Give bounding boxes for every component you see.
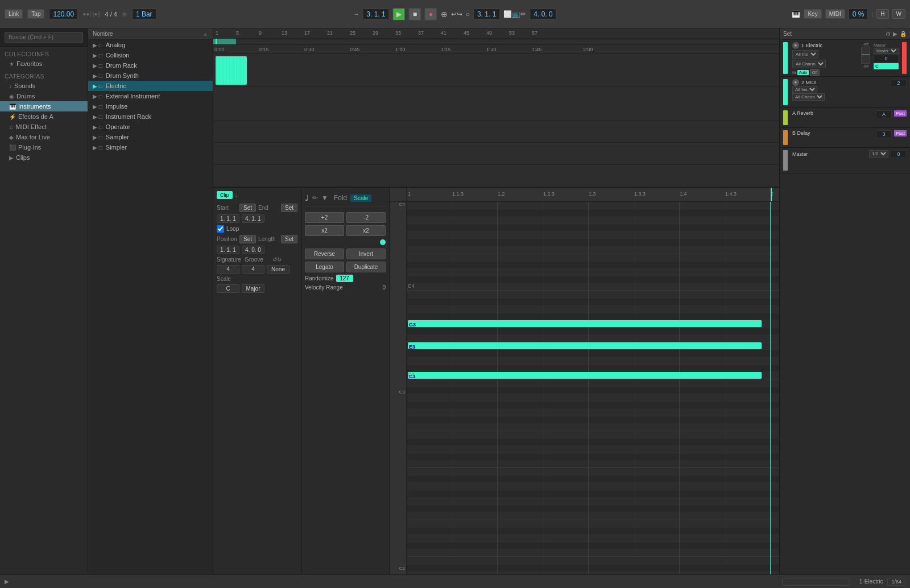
status-transport-icon[interactable]: ▶ <box>5 578 9 585</box>
midi-button[interactable]: MIDI <box>825 9 845 19</box>
browser-item-simpler[interactable]: ▶ □ Simpler <box>88 142 213 152</box>
browser-item-impulse[interactable]: ▶ □ Impulse <box>88 101 213 111</box>
sidebar-item-efectos[interactable]: ⚡ Efectos de A <box>0 111 88 122</box>
oct-up-btn[interactable]: x2 <box>305 225 344 236</box>
reverb-post-btn[interactable]: Post <box>894 110 907 117</box>
arr-clip-electric[interactable] <box>216 56 247 85</box>
browser-item-instrument-rack[interactable]: ▶ □ Instrument Rack <box>88 111 213 122</box>
delay-post-btn[interactable]: Post <box>894 130 907 136</box>
ruler-mark-45: 45 <box>464 30 469 36</box>
browser-item-drum-rack[interactable]: ▶ □ Drum Rack <box>88 60 213 71</box>
mini-scrollbar[interactable] <box>782 578 850 586</box>
scale-active-btn[interactable]: Scale <box>350 194 371 202</box>
loop-length[interactable]: 1 Bar <box>132 9 156 20</box>
tap-button[interactable]: Tap <box>27 9 44 19</box>
chevron-down-icon[interactable]: ▼ <box>321 194 328 202</box>
midi-routing-in[interactable]: All Ins <box>792 86 817 93</box>
start-val-row: 1. 1. 1 4. 1. 1 <box>217 214 297 223</box>
browser-item-collision[interactable]: ▶ □ Collision <box>88 50 213 60</box>
sidebar-item-plug-ins[interactable]: ⬛ Plug-Ins <box>0 142 88 152</box>
browser-item-external[interactable]: ▶ □ External Instrument <box>88 91 213 101</box>
mixer-icon-2[interactable]: ▶ <box>893 31 897 37</box>
ruler-mark-9: 9 <box>259 30 262 36</box>
off-btn[interactable]: Off <box>810 69 820 76</box>
fold-btn[interactable]: Fold <box>334 194 347 202</box>
end-val[interactable]: 4. 1. 1 <box>242 214 264 223</box>
pos-center[interactable]: 3. 1. 1 <box>473 9 500 20</box>
pos-right[interactable]: 4. 0. 0 <box>530 9 556 20</box>
duplicate-btn[interactable]: Duplicate <box>346 262 386 272</box>
item-label: Analog <box>106 42 125 48</box>
midi-routing-ch-sel[interactable]: All Chann <box>792 93 825 101</box>
clips-icon: ▶ <box>9 155 14 161</box>
groove-val[interactable]: None <box>267 265 289 274</box>
note-grid[interactable]: G3 E3 C3 C4 C3 <box>407 202 779 577</box>
pencil-icon[interactable]: ✏ <box>312 194 318 202</box>
start-val[interactable]: 1. 1. 1 <box>217 214 239 223</box>
mute-btn[interactable]: ● <box>792 42 799 49</box>
folder-icon-active: ▶ □ <box>93 83 102 89</box>
grid-c4-label: C4 <box>408 283 415 289</box>
sig-den[interactable]: 4 <box>242 265 264 274</box>
pos-left[interactable]: 3. 1. 1 <box>362 9 389 20</box>
legato-btn[interactable]: Legato <box>305 262 344 272</box>
note-tool-icon[interactable]: ♩ <box>305 193 309 202</box>
bpm-display[interactable]: 120.00 <box>49 9 78 20</box>
start-set-btn[interactable]: Set <box>239 204 256 212</box>
in-label: In <box>792 70 796 75</box>
sidebar-item-drums[interactable]: ◉ Drums <box>0 91 88 101</box>
routing-ch-select[interactable]: All Chann <box>792 60 826 68</box>
pos-val[interactable]: 1. 1. 1 <box>217 246 239 254</box>
semi-up-btn[interactable]: +2 <box>305 212 344 223</box>
sidebar-item-favoritos[interactable]: ★ Favoritos <box>0 59 88 69</box>
reverse-btn[interactable]: Reverse <box>305 249 344 259</box>
browser-item-operator[interactable]: ▶ □ Operator <box>88 122 213 132</box>
semi-down-btn[interactable]: -2 <box>346 212 386 223</box>
time-position-bar[interactable] <box>213 39 779 45</box>
pos-set-btn[interactable]: Set <box>239 235 256 243</box>
master-select[interactable]: Master <box>874 48 899 54</box>
reverb-row: A Reverb <box>790 110 874 116</box>
routing-in-select[interactable]: All Ins <box>792 50 818 59</box>
end-set-btn[interactable]: Set <box>281 204 297 212</box>
browser-item-electric[interactable]: ▶ □ Electric <box>88 81 213 91</box>
scale-type[interactable]: Major <box>242 284 264 293</box>
master-routing-sel[interactable]: 1/2 <box>869 150 888 158</box>
sidebar-item-midi-effect[interactable]: ♫ MIDI Effect <box>0 122 88 132</box>
randomize-val[interactable]: 127 <box>336 275 353 282</box>
fader-track[interactable] <box>861 47 870 64</box>
play-button[interactable]: ▶ <box>393 8 406 20</box>
link-button[interactable]: Link <box>5 9 23 19</box>
sidebar-item-max-for-live[interactable]: ◆ Max for Live <box>0 132 88 142</box>
browser-item-drum-synth[interactable]: ▶ □ Drum Synth <box>88 71 213 81</box>
invert-btn[interactable]: Invert <box>346 249 386 259</box>
midi-mute-btn[interactable]: ● <box>792 79 799 86</box>
w-button[interactable]: W <box>892 9 905 19</box>
sidebar-item-instruments[interactable]: 🎹 Instruments <box>0 101 88 111</box>
len-set-btn[interactable]: Set <box>281 235 297 243</box>
auto-btn[interactable]: Auto <box>797 70 809 75</box>
send-c-btn[interactable]: C <box>874 63 899 69</box>
mixer-lock-icon[interactable]: 🔒 <box>900 31 907 37</box>
pos-row: Position Set Length Set <box>217 235 297 243</box>
sig-num[interactable]: 4 <box>217 265 239 274</box>
h-button[interactable]: H <box>876 9 888 19</box>
ruler-mark-33: 33 <box>395 30 401 36</box>
midi-track-header: ● 2 MIDI All Ins All Chann <box>790 79 888 101</box>
loop-checkbox[interactable] <box>217 225 224 233</box>
sidebar-item-sounds[interactable]: ♪ Sounds <box>0 81 88 91</box>
browser-item-sampler[interactable]: ▶ □ Sampler <box>88 132 213 142</box>
stop-button[interactable]: ■ <box>409 8 421 20</box>
record-button[interactable]: ● <box>425 8 437 20</box>
search-input[interactable] <box>5 32 83 43</box>
item-label: External Instrument <box>106 93 160 100</box>
key-button[interactable]: Key <box>804 9 821 19</box>
oct-down-btn[interactable]: x2 <box>346 225 386 236</box>
len-val[interactable]: 4. 0. 0 <box>242 246 264 254</box>
browser-item-analog[interactable]: ▶ □ Analog <box>88 40 213 50</box>
mixer-track-electric: ● 1 Electric All Ins All Chann In Auto <box>780 40 910 77</box>
loop-region <box>213 39 236 45</box>
mixer-icon-1[interactable]: ⚙ <box>886 31 891 37</box>
scale-key[interactable]: C <box>217 284 239 293</box>
sidebar-item-clips[interactable]: ▶ Clips <box>0 152 88 163</box>
